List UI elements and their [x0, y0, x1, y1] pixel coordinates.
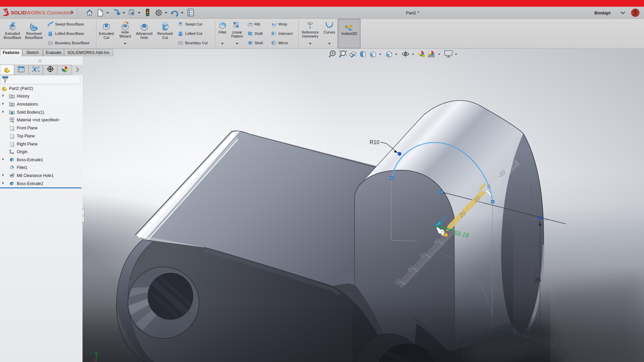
svg-text:Intersect: Intersect: [278, 32, 292, 36]
svg-text:Advanced: Advanced: [136, 32, 153, 36]
svg-text:SOLIDWORKS Connected: SOLIDWORKS Connected: [11, 10, 71, 15]
svg-text:Revolved: Revolved: [157, 32, 173, 36]
svg-text:Part2 (Part2): Part2 (Part2): [9, 86, 33, 91]
svg-text:Curves: Curves: [324, 30, 335, 34]
svg-text:Boundary Cut: Boundary Cut: [185, 41, 208, 45]
svg-text:Wrap: Wrap: [278, 22, 287, 26]
svg-text:Shell: Shell: [255, 41, 263, 45]
svg-text:Boundary Boss/Base: Boundary Boss/Base: [55, 41, 90, 45]
svg-text:Cut: Cut: [162, 36, 168, 40]
svg-text:Instant3D: Instant3D: [341, 32, 357, 36]
svg-text:Extruded: Extruded: [99, 32, 114, 36]
svg-text:Geometry: Geometry: [302, 34, 319, 38]
svg-text:Swept Cut: Swept Cut: [185, 22, 202, 26]
svg-text:Lofted Boss/Base: Lofted Boss/Base: [55, 32, 84, 36]
svg-text:25: 25: [535, 277, 541, 283]
svg-text:Pattern: Pattern: [231, 34, 243, 38]
svg-text:Cut: Cut: [103, 36, 109, 40]
svg-text:R10: R10: [370, 139, 379, 145]
svg-text:Swept Boss/Base: Swept Boss/Base: [55, 22, 84, 26]
svg-text:Lofted Cut: Lofted Cut: [185, 32, 202, 36]
svg-text:Hole: Hole: [121, 30, 129, 34]
svg-text:Linear: Linear: [232, 30, 243, 34]
svg-text:Rib: Rib: [255, 22, 260, 26]
svg-text:Part2 *: Part2 *: [406, 10, 419, 15]
svg-text:Boss/Base: Boss/Base: [25, 36, 43, 40]
svg-text:Mirror: Mirror: [278, 41, 288, 45]
svg-text:Extruded: Extruded: [5, 32, 20, 36]
svg-text:Draft: Draft: [255, 32, 263, 36]
svg-text:Wizard: Wizard: [119, 34, 131, 38]
svg-text:Revolved: Revolved: [26, 32, 42, 36]
svg-text:Fillet: Fillet: [218, 30, 226, 34]
svg-text:Biodapt: Biodapt: [594, 10, 611, 15]
svg-text:Hole: Hole: [141, 36, 148, 40]
svg-text:Boss/Base: Boss/Base: [4, 36, 21, 40]
svg-text:Reference: Reference: [302, 30, 319, 34]
